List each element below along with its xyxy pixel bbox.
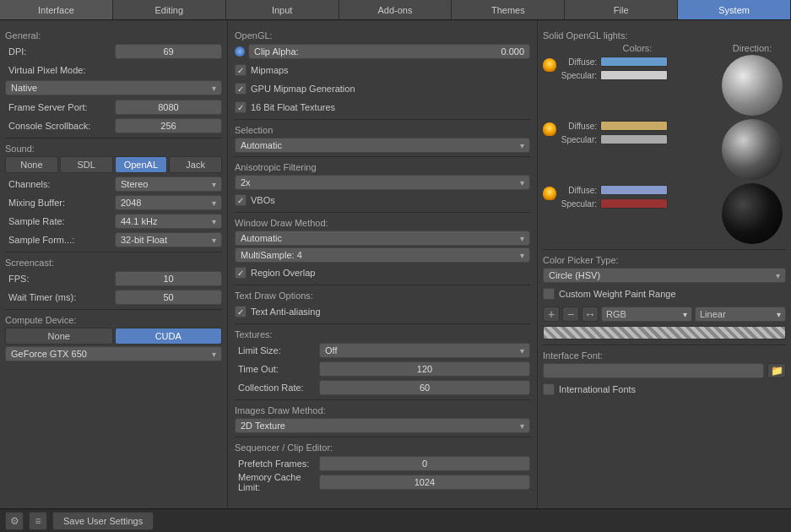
light1-specular-label: Specular: [560,71,597,80]
minus-btn[interactable]: − [562,307,579,322]
light2-diffuse-row: Diffuse: [560,119,718,133]
clip-alpha-field[interactable]: Clip Alpha: 0.000 [248,44,530,59]
mixing-buffer-dropdown[interactable]: 2048 [115,195,222,210]
wait-timer-row: Wait Timer (ms): 50 [5,289,222,306]
sound-openal-btn[interactable]: OpenAL [115,156,168,173]
virtual-pixel-dropdown[interactable]: Native [5,80,222,95]
sound-none-btn[interactable]: None [5,156,58,173]
light1-diffuse-swatch[interactable] [600,57,668,67]
light2-fields: Diffuse: Specular: [560,119,718,146]
light3-diffuse-label: Diffuse: [560,186,597,195]
sound-jack-btn[interactable]: Jack [169,156,222,173]
mixing-buffer-label: Mixing Buffer: [5,198,115,208]
colors-header: Colors: [556,43,718,53]
rgb-dropdown[interactable]: RGB [601,307,692,322]
clip-alpha-field-value: 0.000 [501,46,524,57]
time-out-row: Time Out: 120 [235,361,530,377]
linear-dropdown[interactable]: Linear [695,307,786,322]
tab-interface[interactable]: Interface [0,0,113,19]
channels-row: Channels: Stereo [5,176,222,193]
dpi-label: DPI: [5,46,115,57]
mipmaps-checkbox[interactable] [235,64,247,76]
window-draw-label: Window Draw Method: [235,218,530,228]
tab-system[interactable]: System [678,0,791,19]
virtual-pixel-row: Virtual Pixel Mode: [5,62,222,79]
channels-label: Channels: [5,179,115,189]
prefetch-label: Prefetch Frames: [235,459,319,469]
tab-input[interactable]: Input [226,0,339,19]
channels-dropdown[interactable]: Stereo [115,176,222,192]
window-draw-dropdown[interactable]: Automatic [235,231,530,246]
custom-weight-checkbox[interactable] [543,288,555,300]
multisample-dropdown[interactable]: MultiSample: 4 [235,247,530,263]
tab-editing[interactable]: Editing [113,0,226,19]
memory-cache-label: Memory Cache Limit: [235,472,319,492]
images-draw-dropdown[interactable]: 2D Texture [235,418,530,433]
gpu-dropdown[interactable]: GeForce GTX 650 [5,346,222,361]
light3-row: Diffuse: Specular: [543,183,786,244]
gpu-mipmap-checkbox[interactable] [235,83,247,95]
font-field[interactable] [543,363,764,378]
settings-icon-btn[interactable]: ⚙ [5,512,24,530]
arrows-btn[interactable]: ↔ [582,307,599,322]
tab-addons[interactable]: Add-ons [339,0,452,19]
fps-field[interactable]: 10 [115,271,222,286]
rgb-controls-row: + − ↔ RGB Linear [543,306,786,323]
tab-themes[interactable]: Themes [452,0,565,19]
mixing-buffer-row: Mixing Buffer: 2048 [5,194,222,211]
anisotropic-dropdown[interactable]: 2x [235,175,530,190]
sequencer-label: Sequencer / Clip Editor: [235,442,530,453]
wait-timer-field[interactable]: 50 [115,290,222,305]
top-nav: Interface Editing Input Add-ons Themes F… [0,0,791,20]
menu-icon-btn[interactable]: ≡ [29,512,47,530]
font-browse-btn[interactable]: 📁 [767,363,786,378]
time-out-field[interactable]: 120 [319,361,530,377]
direction-header: Direction: [718,43,786,53]
save-user-settings-btn[interactable]: Save User Settings [52,512,154,530]
sound-buttons: None SDL OpenAL Jack [5,156,222,173]
gradient-bar [543,326,786,339]
selection-dropdown[interactable]: Automatic [235,138,530,153]
sound-sdl-btn[interactable]: SDL [60,156,113,173]
light2-specular-swatch[interactable] [600,134,668,144]
international-fonts-checkbox[interactable] [543,383,555,395]
fps-row: FPS: 10 [5,270,222,287]
light3-diffuse-row: Diffuse: [560,183,718,197]
frame-server-label: Frame Server Port: [5,102,115,112]
collection-rate-field[interactable]: 60 [319,380,530,395]
compute-buttons: None CUDA [5,328,222,345]
console-scrollback-field[interactable]: 256 [115,118,222,133]
light1-specular-row: Specular: [560,68,718,82]
sample-format-dropdown[interactable]: 32-bit Float [115,232,222,247]
compute-none-btn[interactable]: None [5,328,113,345]
frame-server-field[interactable]: 8080 [115,100,222,115]
light3-diffuse-swatch[interactable] [600,185,668,195]
tab-file[interactable]: File [565,0,678,19]
sphere-3 [722,183,783,244]
light3-icon [543,187,556,200]
vbos-checkbox[interactable] [235,194,247,206]
prefetch-field[interactable]: 0 [319,456,530,471]
clip-alpha-field-label: Clip Alpha: [254,46,299,57]
gpu-mipmap-label: GPU Mipmap Generation [251,84,355,94]
light1-icon [543,58,556,72]
sample-rate-dropdown[interactable]: 44.1 kHz [115,214,222,229]
memory-cache-field[interactable]: 1024 [319,475,530,490]
compute-cuda-btn[interactable]: CUDA [115,328,223,345]
font-row: 📁 [543,363,786,378]
plus-btn[interactable]: + [543,307,560,322]
color-picker-dropdown[interactable]: Circle (HSV) [543,268,786,283]
float-textures-checkbox[interactable] [235,101,247,113]
text-antialias-checkbox[interactable] [235,306,247,318]
vbos-row: VBOs [235,192,530,209]
interface-font-section: Interface Font: 📁 [543,350,786,378]
region-overlap-checkbox[interactable] [235,267,247,279]
light2-diffuse-swatch[interactable] [600,121,668,131]
light1-specular-swatch[interactable] [600,70,668,80]
light1-fields: Diffuse: Specular: [560,55,718,82]
mipmaps-label: Mipmaps [251,65,289,75]
dpi-field[interactable]: 69 [115,44,222,59]
limit-size-dropdown[interactable]: Off [319,343,530,358]
light1-diffuse-row: Diffuse: [560,55,718,68]
light3-specular-swatch[interactable] [600,198,668,209]
